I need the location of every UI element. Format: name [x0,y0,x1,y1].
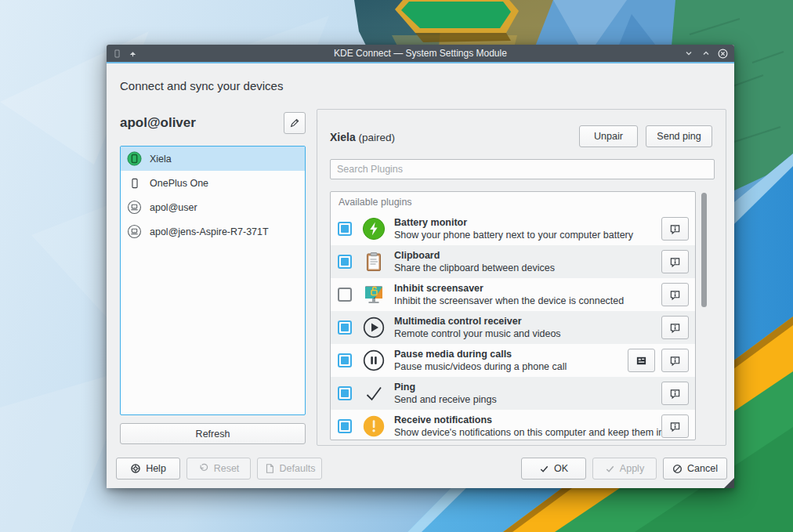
plugin-name: Ping [394,381,497,393]
search-plugins-input[interactable] [330,159,715,179]
keep-above-icon[interactable] [128,49,138,59]
plugin-checkbox[interactable] [338,255,352,269]
smartphone-connected-icon [127,151,142,166]
plugin-about-button[interactable] [661,250,689,273]
laptop-icon [127,200,142,215]
plugin-description: Inhibit the screensaver when the device … [394,295,624,307]
maximize-icon[interactable] [701,49,711,59]
screensaver-icon [362,283,386,306]
plugin-checkbox[interactable] [338,419,352,433]
help-button[interactable]: Help [116,458,180,480]
check-icon [539,464,549,474]
plugin-about-button[interactable] [661,283,689,306]
plugin-name: Inhibit screensaver [394,282,624,295]
apply-button[interactable]: Apply [592,458,657,480]
reset-icon [198,463,209,474]
minimize-icon[interactable] [683,49,693,59]
device-list-item[interactable]: apol@jens-Aspire-R7-371T [121,219,305,244]
plugin-checkbox[interactable] [338,353,352,367]
plugin-row[interactable]: Ping Send and receive pings [331,377,695,410]
rename-device-button[interactable] [284,112,306,134]
check-icon [362,382,386,405]
refresh-label: Refresh [196,429,230,440]
device-name: apol@jens-Aspire-R7-371T [150,226,269,237]
defaults-button[interactable]: Defaults [257,458,322,480]
cancel-button[interactable]: Cancel [663,458,727,480]
plugin-about-button[interactable] [661,349,689,372]
plugin-about-button[interactable] [661,414,689,438]
device-list-item[interactable]: Xiela [121,147,305,171]
page-title: Connect and sync your devices [120,79,283,92]
refresh-button[interactable]: Refresh [120,423,306,444]
device-panel: Xiela (paired) Unpair Send ping Availabl… [317,109,726,446]
kde-connect-window: KDE Connect — System Settings Module Con… [107,45,734,488]
defaults-icon [264,463,275,474]
device-list-item[interactable]: OnePlus One [121,171,305,195]
pencil-icon [289,118,300,128]
plugin-row[interactable]: Multimedia control receiver Remote contr… [331,311,695,344]
plugin-configure-button[interactable] [628,349,655,372]
device-name: OnePlus One [150,178,208,189]
plugin-name: Receive notifications [394,414,661,426]
account-name: apol@oliver [120,115,196,131]
device-name: Xiela [150,154,172,165]
plugin-row[interactable]: Clipboard Share the clipboard between de… [331,245,695,278]
plugin-checkbox[interactable] [338,222,352,236]
device-name: apol@user [150,202,197,213]
plugin-about-button[interactable] [661,316,689,339]
plugin-name: Battery monitor [394,216,633,229]
notification-icon [362,414,386,438]
info-icon [669,421,681,432]
plugin-description: Show device's notifications on this comp… [394,426,661,439]
laptop-icon [127,224,142,239]
send-ping-button[interactable]: Send ping [646,125,712,147]
plugin-description: Share the clipboard between devices [394,262,555,274]
plugin-row[interactable]: Pause media during calls Pause music/vid… [331,344,695,377]
device-list: Xiela OnePlus One apol@user apol@jens-As… [120,146,306,415]
plugin-row[interactable]: Battery monitor Show your phone battery … [331,212,695,245]
plugin-checkbox[interactable] [338,288,352,302]
resize-grip[interactable] [724,478,734,488]
plugin-name: Multimedia control receiver [394,315,561,328]
selected-device-name: Xiela [330,131,356,143]
plugin-row[interactable]: Receive notifications Show device's noti… [331,410,695,440]
app-icon [112,49,122,59]
info-icon [669,322,681,334]
info-icon [669,388,681,400]
plugin-checkbox[interactable] [338,320,352,335]
pairing-status: (paired) [358,132,395,143]
close-icon[interactable] [718,49,728,59]
configure-icon [635,355,647,367]
info-icon [669,256,681,268]
device-list-item[interactable]: apol@user [121,195,305,219]
plugins-list: Available plugins Battery monitor Show y… [330,191,696,440]
titlebar[interactable]: KDE Connect — System Settings Module [107,45,734,63]
plugin-row[interactable]: Inhibit screensaver Inhibit the screensa… [331,278,695,311]
plugin-about-button[interactable] [661,217,689,241]
plugin-description: Show your phone battery next to your com… [394,229,633,241]
check-icon [605,464,615,474]
plugin-description: Send and receive pings [394,393,497,406]
info-icon [669,355,681,367]
plugin-rows: Battery monitor Show your phone battery … [331,212,695,440]
info-icon [669,223,681,235]
battery-icon [362,217,386,241]
pause-icon [362,349,386,372]
plugin-description: Remote control your music and videos [394,328,561,340]
unpair-button[interactable]: Unpair [579,125,638,147]
reset-button[interactable]: Reset [186,458,251,480]
clipboard-icon [362,250,386,273]
play-icon [362,316,386,339]
plugin-name: Pause media during calls [394,348,567,360]
window-title: KDE Connect — System Settings Module [107,48,734,59]
plugin-about-button[interactable] [661,382,689,405]
plugin-checkbox[interactable] [338,386,352,400]
cancel-icon [672,464,683,474]
plugins-scrollbar[interactable] [701,193,707,307]
smartphone-icon [127,176,142,190]
plugin-name: Clipboard [394,249,555,262]
plugin-description: Pause music/videos during a phone call [394,360,567,373]
plugins-list-header: Available plugins [331,192,695,212]
ok-button[interactable]: OK [521,458,586,480]
info-icon [669,289,681,301]
